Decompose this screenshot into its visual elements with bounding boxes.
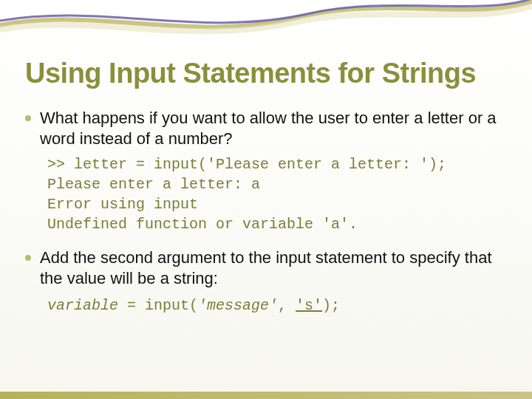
slide-body: What happens if you want to allow the us… bbox=[25, 108, 507, 316]
code-line: >> letter = input('Please enter a letter… bbox=[47, 156, 446, 173]
slide: Using Input Statements for Strings What … bbox=[0, 0, 532, 399]
footer-bar bbox=[0, 392, 532, 399]
code-line: Error using input bbox=[47, 196, 198, 213]
bullet-dot-icon bbox=[25, 255, 31, 261]
syntax-line: variable = input('message', 's'); bbox=[47, 296, 507, 316]
bullet-text: Add the second argument to the input sta… bbox=[40, 248, 507, 288]
code-block: >> letter = input('Please enter a letter… bbox=[47, 154, 507, 234]
syntax-message-arg: 'message' bbox=[198, 297, 278, 314]
bullet-item: What happens if you want to allow the us… bbox=[25, 108, 507, 149]
code-line: Please enter a letter: a bbox=[47, 176, 260, 193]
bullet-dot-icon bbox=[25, 115, 31, 121]
decorative-swoosh bbox=[0, 0, 532, 52]
bullet-text: What happens if you want to allow the us… bbox=[40, 108, 507, 149]
syntax-string-flag: 's' bbox=[296, 297, 322, 314]
syntax-eq-input: = input( bbox=[118, 297, 198, 314]
syntax-comma: , bbox=[278, 297, 296, 314]
syntax-close: ); bbox=[322, 297, 340, 314]
slide-title: Using Input Statements for Strings bbox=[25, 58, 507, 89]
bullet-item: Add the second argument to the input sta… bbox=[25, 248, 507, 288]
code-line: Undefined function or variable 'a'. bbox=[47, 216, 358, 233]
syntax-variable: variable bbox=[47, 297, 118, 314]
